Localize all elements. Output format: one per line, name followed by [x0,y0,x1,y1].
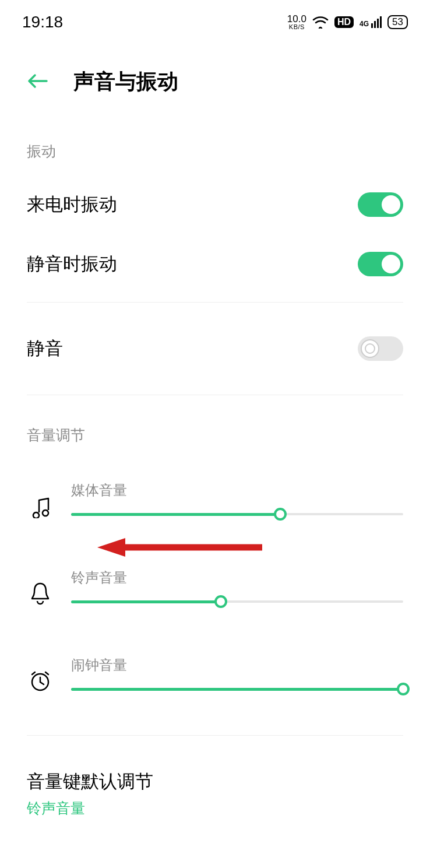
net-speed-icon: 10.0 KB/S [287,14,306,30]
value-volume-key-default: 铃声音量 [27,799,403,818]
status-time: 19:18 [22,13,63,31]
wifi-icon [312,16,329,29]
divider [27,302,403,303]
slider-media: 媒体音量 [27,465,403,539]
page-title: 声音与振动 [73,68,178,96]
row-volume-key-default[interactable]: 音量键默认调节 铃声音量 [0,744,430,830]
bell-icon [27,580,54,606]
divider [27,735,403,736]
slider-alarm-track[interactable] [71,685,403,693]
section-volume: 音量调节 [0,403,430,459]
toggle-mute[interactable] [358,336,403,361]
alarm-clock-icon [27,669,54,693]
label-vibrate-on-ring: 来电时振动 [27,192,117,217]
signal-icon: 4G [359,16,382,28]
row-vibrate-on-silent[interactable]: 静音时振动 [0,234,430,294]
label-media-volume: 媒体音量 [71,481,403,500]
page-header: 声音与振动 [0,37,430,120]
toggle-vibrate-on-ring[interactable] [358,192,403,217]
row-vibrate-on-ring[interactable]: 来电时振动 [0,175,430,234]
status-icons: 10.0 KB/S HD 4G 53 [287,14,408,30]
label-ring-volume: 铃声音量 [71,568,403,587]
section-vibration: 振动 [0,120,430,175]
slider-ring-track[interactable] [71,598,403,606]
slider-ring: 铃声音量 [27,552,403,627]
label-volume-key-default: 音量键默认调节 [27,769,403,794]
slider-alarm: 闹钟音量 [27,639,403,714]
battery-icon: 53 [387,15,408,29]
slider-media-track[interactable] [71,510,403,518]
label-mute: 静音 [27,336,63,361]
hd-icon: HD [334,16,354,28]
music-icon [27,495,54,518]
back-arrow-icon[interactable] [27,73,48,92]
row-mute[interactable]: 静音 [0,311,430,386]
toggle-vibrate-on-silent[interactable] [358,252,403,276]
label-vibrate-on-silent: 静音时振动 [27,252,117,276]
label-alarm-volume: 闹钟音量 [71,656,403,674]
status-bar: 19:18 10.0 KB/S HD 4G 53 [0,0,430,37]
divider [27,395,403,395]
